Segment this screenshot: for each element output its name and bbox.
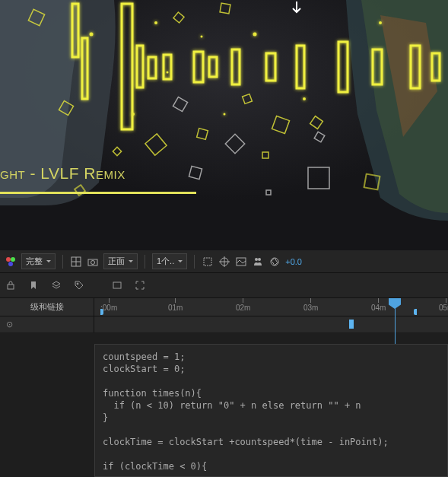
ruler-mark[interactable]: 02m	[236, 298, 250, 316]
composition-title: ght - LVLF Remix	[0, 164, 126, 183]
svg-point-43	[224, 113, 226, 116]
svg-point-63	[77, 283, 78, 285]
track-lane[interactable]	[94, 316, 448, 332]
ruler-mark[interactable]: 05m	[439, 298, 448, 316]
view-label: 正面	[108, 256, 125, 267]
swatch-icon[interactable]	[5, 256, 17, 268]
svg-point-40	[379, 21, 382, 24]
count-label: 1个..	[157, 256, 174, 267]
svg-point-59	[255, 258, 258, 261]
rect-tool-icon[interactable]	[110, 278, 125, 293]
camera-icon[interactable]	[87, 256, 99, 268]
svg-rect-62	[8, 285, 14, 289]
svg-rect-64	[113, 282, 121, 288]
time-ruler[interactable]: :00m01m02m03m04m05m	[94, 298, 448, 316]
ruler-mark[interactable]: 04m	[371, 298, 386, 316]
work-area-end[interactable]	[414, 309, 417, 315]
title-underline	[0, 192, 196, 194]
expression-text[interactable]: countspeed = 1; clockStart = 0; function…	[95, 345, 447, 477]
column-header: 级和链接	[0, 298, 94, 316]
svg-point-37	[154, 21, 157, 24]
resolution-dropdown[interactable]: 完整	[21, 253, 56, 269]
svg-point-39	[201, 36, 203, 38]
image-icon[interactable]	[235, 256, 247, 268]
ruler-mark[interactable]: 03m	[303, 298, 318, 316]
svg-point-42	[132, 113, 135, 116]
layers-icon[interactable]	[49, 278, 64, 293]
exposure-value[interactable]: +0.0	[285, 257, 302, 266]
svg-point-41	[167, 72, 169, 74]
svg-point-61	[271, 258, 278, 266]
in-point-marker[interactable]	[349, 320, 354, 329]
expand-icon[interactable]	[132, 278, 148, 293]
people-icon[interactable]	[252, 256, 264, 268]
mask-icon[interactable]	[202, 256, 214, 268]
svg-point-48	[8, 262, 13, 266]
preview-visual	[0, 0, 448, 250]
svg-rect-54	[204, 258, 211, 266]
track-controls[interactable]: ⊙	[0, 316, 94, 332]
expression-editor[interactable]: countspeed = 1; clockStart = 0; function…	[94, 344, 448, 477]
svg-point-47	[11, 257, 15, 262]
svg-point-36	[90, 33, 94, 37]
work-area-start[interactable]	[100, 309, 103, 315]
timeline-toolbar	[0, 273, 448, 298]
track-row[interactable]: ⊙	[0, 316, 448, 333]
svg-point-38	[253, 33, 257, 37]
resolution-label: 完整	[26, 256, 43, 267]
count-dropdown[interactable]: 1个..	[152, 253, 187, 269]
tag-icon[interactable]	[71, 278, 87, 293]
aperture-icon[interactable]	[268, 256, 281, 268]
svg-point-60	[258, 258, 261, 261]
reference-icon[interactable]	[218, 256, 230, 268]
composition-preview[interactable]: ght - LVLF Remix	[0, 0, 448, 250]
lock-icon[interactable]	[3, 278, 18, 293]
grid-icon[interactable]	[70, 256, 82, 268]
svg-point-44	[303, 97, 306, 100]
bookmark-icon[interactable]	[26, 278, 41, 293]
preview-toolbar: 完整 正面 1个.. +0.0	[0, 250, 448, 273]
timeline-header: 级和链接 :00m01m02m03m04m05m	[0, 298, 448, 316]
svg-point-46	[6, 257, 11, 262]
svg-point-53	[91, 260, 95, 264]
view-dropdown[interactable]: 正面	[103, 253, 138, 269]
ruler-mark[interactable]: 01m	[168, 298, 183, 316]
